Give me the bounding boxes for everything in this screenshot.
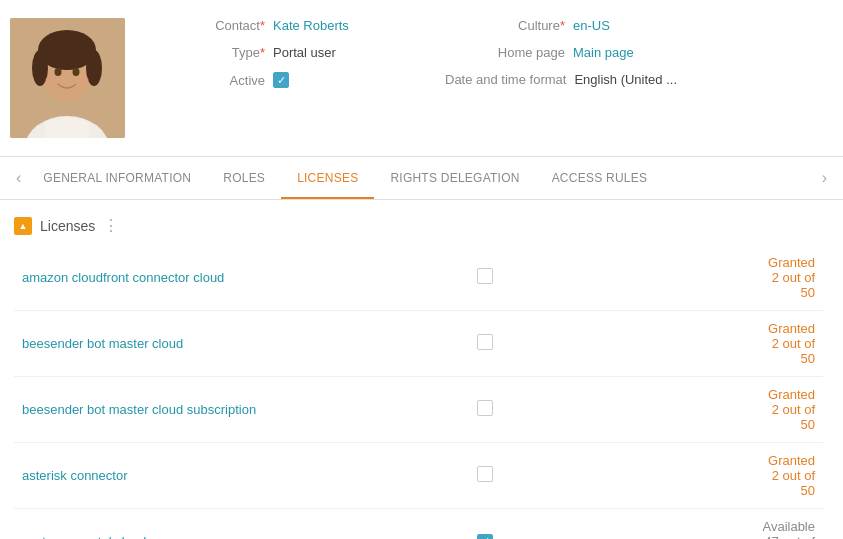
profile-fields: Contact* Kate Roberts Type* Portal user …: [145, 18, 823, 88]
license-status: Granted 2 out of 50: [754, 377, 823, 443]
section-title: Licenses: [40, 218, 95, 234]
license-checkbox-cell: [459, 443, 512, 509]
contact-value[interactable]: Kate Roberts: [273, 18, 349, 33]
license-status: Available 47 out of 50: [754, 509, 823, 540]
contact-row: Contact* Kate Roberts: [145, 18, 385, 33]
homepage-value[interactable]: Main page: [573, 45, 634, 60]
table-row: amazon cloudfront connector cloudGranted…: [14, 245, 823, 311]
contact-label: Contact*: [145, 18, 265, 33]
right-field-group: Culture* en-US Home page Main page Date …: [445, 18, 685, 88]
tab-licenses[interactable]: LICENSES: [281, 157, 374, 199]
culture-label: Culture*: [445, 18, 565, 33]
license-checkbox-cell: [459, 377, 512, 443]
culture-row: Culture* en-US: [445, 18, 685, 33]
homepage-row: Home page Main page: [445, 45, 685, 60]
type-row: Type* Portal user: [145, 45, 385, 60]
tab-roles[interactable]: ROLES: [207, 157, 281, 199]
section-header: Licenses ⋮: [14, 216, 823, 235]
license-checkbox[interactable]: [477, 534, 493, 539]
datetime-value[interactable]: English (United ...: [574, 72, 677, 87]
license-checkbox-cell: [459, 509, 512, 540]
license-status: Granted 2 out of 50: [754, 245, 823, 311]
license-checkbox[interactable]: [477, 466, 493, 482]
active-row: Active: [145, 72, 385, 88]
collapse-icon[interactable]: [14, 217, 32, 235]
table-row: customer portal cloudAvailable 47 out of…: [14, 509, 823, 540]
license-checkbox-cell: [459, 245, 512, 311]
svg-point-7: [73, 68, 80, 76]
active-checkbox[interactable]: [273, 72, 289, 88]
active-label: Active: [145, 73, 265, 88]
license-name: asterisk connector: [14, 443, 459, 509]
license-checkbox[interactable]: [477, 334, 493, 350]
license-name: customer portal cloud: [14, 509, 459, 540]
license-name: amazon cloudfront connector cloud: [14, 245, 459, 311]
license-table: amazon cloudfront connector cloudGranted…: [14, 245, 823, 539]
more-options-icon[interactable]: ⋮: [103, 216, 121, 235]
table-row: beesender bot master cloudGranted 2 out …: [14, 311, 823, 377]
svg-point-9: [79, 77, 89, 83]
table-row: asterisk connectorGranted 2 out of 50: [14, 443, 823, 509]
culture-value[interactable]: en-US: [573, 18, 610, 33]
tabs-bar: ‹ GENERAL INFORMATION ROLES LICENSES RIG…: [0, 157, 843, 200]
license-checkbox[interactable]: [477, 400, 493, 416]
tab-rights-delegation[interactable]: RIGHTS DELEGATION: [374, 157, 535, 199]
avatar: [10, 18, 125, 138]
datetime-label: Date and time format: [445, 72, 566, 87]
type-value[interactable]: Portal user: [273, 45, 336, 60]
tab-general-information[interactable]: GENERAL INFORMATION: [27, 157, 207, 199]
license-name: beesender bot master cloud subscription: [14, 377, 459, 443]
left-field-group: Contact* Kate Roberts Type* Portal user …: [145, 18, 385, 88]
tab-prev-button[interactable]: ‹: [10, 157, 27, 199]
license-status: Granted 2 out of 50: [754, 311, 823, 377]
svg-point-6: [55, 68, 62, 76]
license-checkbox-cell: [459, 311, 512, 377]
tab-next-button[interactable]: ›: [816, 157, 833, 199]
license-status: Granted 2 out of 50: [754, 443, 823, 509]
licenses-section: Licenses ⋮ amazon cloudfront connector c…: [0, 200, 843, 539]
license-name: beesender bot master cloud: [14, 311, 459, 377]
datetime-row: Date and time format English (United ...: [445, 72, 685, 87]
license-checkbox[interactable]: [477, 268, 493, 284]
type-label: Type*: [145, 45, 265, 60]
homepage-label: Home page: [445, 45, 565, 60]
profile-section: Contact* Kate Roberts Type* Portal user …: [0, 0, 843, 157]
tab-access-rules[interactable]: ACCESS RULES: [536, 157, 664, 199]
table-row: beesender bot master cloud subscriptionG…: [14, 377, 823, 443]
svg-point-8: [45, 77, 55, 83]
